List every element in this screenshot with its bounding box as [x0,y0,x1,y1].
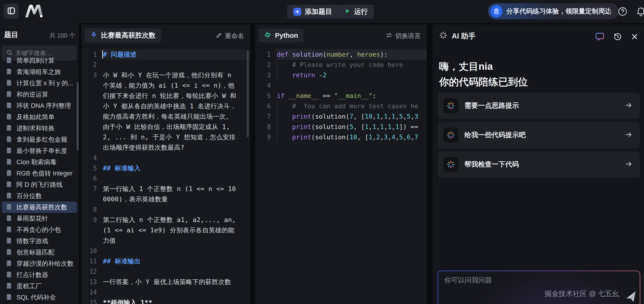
code-line-text[interactable] [277,80,427,91]
sidebar-item[interactable]: 阿 D 的飞行路线 [2,179,77,190]
description-line-text[interactable]: ## 标准输入 [103,163,250,173]
sidebar-item[interactable]: 不再贪心的小包 [2,224,77,235]
sidebar-item[interactable]: 猜数字游戏 [2,235,77,247]
code-line[interactable]: 4 [255,80,427,91]
code-line-text[interactable]: print(solution(5, [1,1,1,1,1]) == [277,122,427,132]
sidebar-item[interactable]: 蛋糕工厂 [2,281,77,292]
description-line[interactable]: 8 [81,204,250,215]
description-line-text[interactable]: 第二行输入 n 个正整数 a1, a2,..., an, (1 <= ai <=… [103,215,250,246]
sidebar-item[interactable]: 拿到最多红包金额 [2,134,77,145]
code-line[interactable]: 1def solution(number, heroes): [255,49,427,60]
sidebar-item[interactable]: 创意标题匹配 [2,247,77,258]
help-icon[interactable] [617,6,628,17]
code-line-text[interactable]: # Please write your code here [277,60,427,70]
sidebar-item[interactable]: 进制求和转换 [2,123,77,134]
code-line[interactable]: 8 print(solution(5, [1,1,1,1,1]) == [255,122,427,132]
description-line[interactable]: 9第二行输入 n 个正整数 a1, a2,..., an, (1 <= ai <… [81,215,250,246]
sidebar-item[interactable]: 穿越沙漠的补给次数 [2,258,77,269]
sidebar-item[interactable]: 计算位置 x 到 y 的... [2,77,77,89]
file-icon [6,215,13,223]
code-line-text[interactable]: print(solution(10, [1,2,3,4,5,6,7 [277,132,427,142]
description-line-text[interactable]: 一行答案，小 Y 最优上场策略下的获胜次数 [103,277,250,287]
description-line-text[interactable]: # 问题描述 [103,49,250,60]
history-icon[interactable] [612,31,623,42]
description-line-text[interactable] [103,246,250,256]
ai-suggestion-card[interactable]: 需要一点思路提示 [438,93,640,119]
promo-banner[interactable]: 分享代码练习体验，领限量定制周边 [488,3,619,19]
sidebar-item[interactable]: RGB 色值转 Integer [2,168,77,179]
add-problem-button[interactable]: 添加题目 [287,5,338,19]
sidebar-item[interactable]: 青海湖租车之旅 [2,66,77,77]
code-panel: Python 切换语言 1def solution(number, heroes… [255,24,427,304]
description-line-text[interactable] [103,173,250,184]
description-body[interactable]: 1# 问题描述23小 W 和小 Y 在玩一个游戏，他们分别有 n 个英雄，能力值… [81,48,250,304]
code-line-text[interactable]: return -2 [277,70,427,80]
description-line-text[interactable]: 第一行输入 1 个正整数 n (1 <= n <= 100000)，表示英雄数量 [103,184,250,204]
close-icon[interactable] [630,32,639,41]
sidebar-item[interactable]: 及格如此简单 [2,111,77,123]
ai-suggestion-card[interactable]: 帮我检查一下代码 [438,151,640,178]
switch-language-button[interactable]: 切换语言 [386,24,421,47]
code-line[interactable]: 6 # You can add more test cases he [255,101,427,111]
sidebar-scrollbar[interactable] [77,82,78,150]
code-line[interactable]: 3 return -2 [255,70,427,80]
app-logo[interactable] [24,5,44,18]
ai-suggestion-card[interactable]: 给我一些代码提示吧 [438,122,640,148]
code-line-text[interactable]: # You can add more test cases he [277,101,427,111]
ai-question-input[interactable] [444,276,576,284]
description-line-text[interactable] [103,204,250,215]
description-line[interactable]: 15**样例输入 1** [81,298,250,304]
description-line[interactable]: 13一行答案，小 Y 最优上场策略下的获胜次数 [81,277,250,287]
description-line[interactable]: 10 [81,246,250,256]
code-line[interactable]: 5if __name__ == "__main__": [255,91,427,101]
rename-button[interactable]: 重命名 [216,24,244,47]
sidebar-item[interactable]: Cion 勒索病毒 [2,156,77,168]
line-number: 8 [255,122,277,132]
language-chip[interactable]: Python [258,28,304,42]
code-body[interactable]: 1def solution(number, heroes):2 # Please… [255,48,427,304]
description-scrollbar[interactable] [247,51,249,137]
description-line[interactable]: 1# 问题描述 [81,49,250,60]
notification-bell-icon[interactable] [636,6,644,17]
description-line-text[interactable]: **样例输入 1** [103,298,250,304]
code-line[interactable]: 2 # Please write your code here [255,60,427,70]
sidebar-item-label: 最小替换子串长度 [16,147,67,155]
sidebar-item[interactable]: 环状 DNA 序列整理 [2,100,77,111]
run-button[interactable]: 运行 [338,5,374,19]
problem-title-chip[interactable]: 比赛最高获胜次数 [84,28,161,42]
sidebar-item[interactable]: 和的逆运算 [2,89,77,100]
sidebar-item[interactable]: 暴雨梨花针 [2,213,77,224]
sidebar-item[interactable]: 打点计数器 [2,269,77,281]
description-line[interactable]: 3小 W 和小 Y 在玩一个游戏，他们分别有 n 个英雄，能力值为 ai (1 … [81,70,250,153]
code-line-text[interactable]: if __name__ == "__main__": [277,91,427,101]
line-number: 10 [81,246,103,256]
description-line[interactable]: 6 [81,173,250,184]
description-line[interactable]: 5## 标准输入 [81,163,250,173]
sidebar-item-label: 不再贪心的小包 [16,226,61,234]
sidebar-toggle-button[interactable] [4,4,19,19]
code-line-text[interactable]: def solution(number, heroes): [277,49,427,60]
code-line[interactable]: 9 print(solution(10, [1,2,3,4,5,6,7 [255,132,427,142]
send-plane-icon[interactable] [624,290,639,304]
sidebar-item[interactable]: 百分位数 [2,190,77,202]
description-line-text[interactable] [103,287,250,298]
sidebar-item[interactable]: 最小替换子串长度 [2,145,77,156]
description-line-text[interactable]: ## 标准输出 [103,256,250,267]
code-line-text[interactable]: print(solution(7, [10,1,1,1,5,5,3 [277,111,427,122]
code-line[interactable]: 7 print(solution(7, [10,1,1,1,5,5,3 [255,111,427,122]
new-chat-icon[interactable] [595,31,605,42]
sidebar-item[interactable]: SQL 代码补全 [2,292,77,303]
description-line[interactable]: 14 [81,287,250,298]
description-line-text[interactable] [103,153,250,163]
sidebar-item[interactable]: 简单四则计算 [2,55,77,66]
sidebar-item[interactable]: 比赛最高获胜次数 [2,202,77,213]
description-line[interactable]: 4 [81,153,250,163]
description-line[interactable]: 11## 标准输出 [81,256,250,267]
description-line-text[interactable] [103,267,250,277]
description-line-text[interactable]: 小 W 和小 Y 在玩一个游戏，他们分别有 n 个英雄，能力值为 ai (1 <… [103,70,250,153]
description-line[interactable]: 2 [81,60,250,70]
description-line[interactable]: 12 [81,267,250,277]
description-line[interactable]: 7第一行输入 1 个正整数 n (1 <= n <= 100000)，表示英雄数… [81,184,250,204]
ai-input-box[interactable]: 掘金技术社区 @ 七五幺 [438,271,640,304]
description-line-text[interactable] [103,60,250,70]
